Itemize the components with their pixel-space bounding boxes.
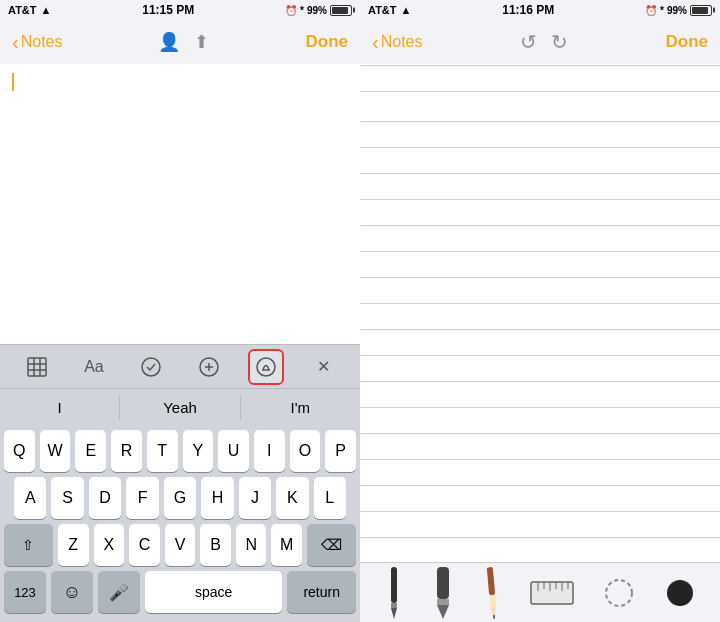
key-t[interactable]: T [147,430,178,472]
key-space[interactable]: space [145,571,282,613]
svg-point-29 [667,580,693,606]
left-panel: AT&T ▲ 11:15 PM ⏰ * 99% ‹ Notes 👤 ⬆ Done [0,0,360,622]
key-p[interactable]: P [325,430,356,472]
left-note-area[interactable] [0,64,360,344]
right-wifi-icon: ▲ [401,4,412,16]
suggestion-0[interactable]: I [0,395,120,420]
left-status-left: AT&T ▲ [8,4,51,16]
svg-rect-15 [437,599,449,605]
key-row-2: A S D F G H J K L [0,477,360,519]
right-redo-button[interactable]: ↻ [551,30,568,54]
key-c[interactable]: C [129,524,160,566]
suggestion-1[interactable]: Yeah [120,395,240,420]
right-battery-icon [690,5,712,16]
right-back-button[interactable]: ‹ Notes [372,32,422,52]
left-share-icon[interactable]: 👤 [158,31,180,53]
draw-tool-pen1[interactable] [385,567,403,619]
draw-tool-ruler[interactable] [530,581,574,605]
svg-marker-19 [490,606,497,618]
key-b[interactable]: B [200,524,231,566]
key-y[interactable]: Y [183,430,214,472]
left-battery-icon [330,5,352,16]
key-delete[interactable]: ⌫ [307,524,356,566]
key-z[interactable]: Z [58,524,89,566]
key-v[interactable]: V [165,524,196,566]
draw-tool-marker[interactable] [432,567,454,619]
left-time: 11:15 PM [142,3,194,17]
table-button[interactable] [19,349,55,385]
keyboard-toolbar: Aa ✕ [0,344,360,388]
left-nav-bar: ‹ Notes 👤 ⬆ Done [0,20,360,64]
key-s[interactable]: S [51,477,83,519]
right-status-right: ⏰ * 99% [645,5,712,16]
keyboard: Q W E R T Y U I O P A S D F G H J K L ⇧ … [0,426,360,622]
key-e[interactable]: E [75,430,106,472]
key-return[interactable]: return [287,571,356,613]
key-shift[interactable]: ⇧ [4,524,53,566]
right-back-label: Notes [381,33,423,51]
key-row-1: Q W E R T Y U I O P [0,430,360,472]
right-done-button[interactable]: Done [666,32,709,52]
key-row-4: 123 ☺ 🎤 space return [0,571,360,613]
suggestions-bar: I Yeah I'm [0,388,360,426]
key-k[interactable]: K [276,477,308,519]
svg-point-9 [257,358,275,376]
font-label: Aa [84,358,104,376]
draw-button[interactable] [248,349,284,385]
close-icon: ✕ [317,357,330,376]
left-battery-pct: 99% [307,5,327,16]
check-button[interactable] [133,349,169,385]
right-battery-pct: 99% [667,5,687,16]
key-w[interactable]: W [40,430,71,472]
suggestion-2[interactable]: I'm [241,395,360,420]
key-h[interactable]: H [201,477,233,519]
svg-rect-17 [486,566,494,594]
add-button[interactable] [191,349,227,385]
draw-tool-pencil[interactable] [483,567,501,619]
left-chevron-icon: ‹ [12,32,19,52]
text-cursor [12,73,14,91]
left-carrier: AT&T [8,4,37,16]
right-carrier: AT&T [368,4,397,16]
left-back-label: Notes [21,33,63,51]
right-status-bar: AT&T ▲ 11:16 PM ⏰ * 99% [360,0,720,20]
key-a[interactable]: A [14,477,46,519]
right-note-area[interactable] [360,64,720,562]
key-r[interactable]: R [111,430,142,472]
svg-rect-18 [489,594,496,606]
right-alarm-icon: ⏰ [645,5,657,16]
key-n[interactable]: N [236,524,267,566]
key-num[interactable]: 123 [4,571,46,613]
key-m[interactable]: M [271,524,302,566]
key-emoji[interactable]: ☺ [51,571,93,613]
left-back-button[interactable]: ‹ Notes [12,32,62,52]
key-x[interactable]: X [94,524,125,566]
right-time: 11:16 PM [502,3,554,17]
svg-rect-12 [391,603,397,608]
key-f[interactable]: F [126,477,158,519]
key-u[interactable]: U [218,430,249,472]
key-j[interactable]: J [239,477,271,519]
key-i[interactable]: I [254,430,285,472]
key-mic[interactable]: 🎤 [98,571,140,613]
font-button[interactable]: Aa [76,349,112,385]
left-alarm-icon: ⏰ [285,5,297,16]
left-done-button[interactable]: Done [306,32,349,52]
key-q[interactable]: Q [4,430,35,472]
left-wifi-icon: ▲ [41,4,52,16]
key-o[interactable]: O [290,430,321,472]
key-l[interactable]: L [314,477,346,519]
svg-point-5 [142,358,160,376]
key-d[interactable]: D [89,477,121,519]
draw-tool-lasso[interactable] [603,577,635,609]
left-export-icon[interactable]: ⬆ [194,31,209,53]
right-nav-icons: ↺ ↻ [520,30,568,54]
svg-marker-13 [391,608,397,619]
close-button[interactable]: ✕ [305,349,341,385]
svg-marker-16 [437,605,449,619]
draw-tool-color[interactable] [664,577,696,609]
right-undo-button[interactable]: ↺ [520,30,537,54]
key-g[interactable]: G [164,477,196,519]
svg-rect-21 [531,582,573,604]
right-bluetooth-icon: * [660,5,664,16]
